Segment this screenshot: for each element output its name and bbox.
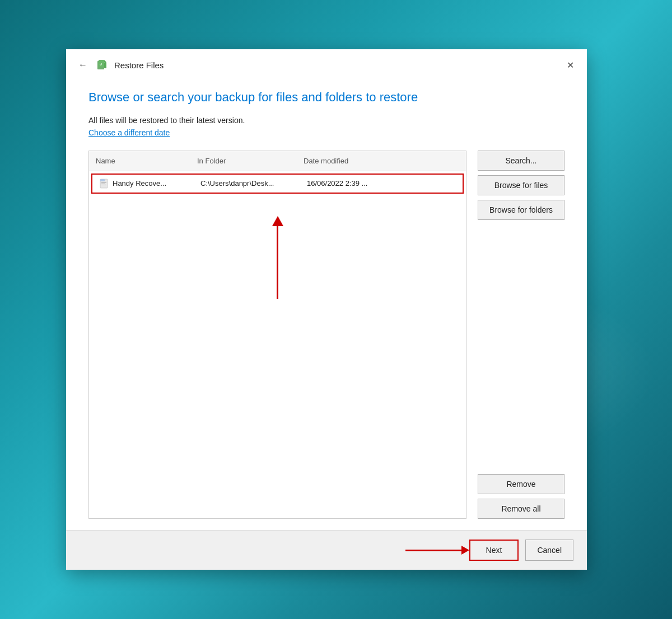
main-heading: Browse or search your backup for files a…: [88, 90, 564, 106]
file-icon: [92, 178, 113, 189]
col-date-header: Date modified: [299, 154, 466, 167]
dialog-body: Browse or search your backup for files a…: [66, 78, 587, 519]
browse-files-button[interactable]: Browse for files: [478, 175, 564, 195]
dialog-footer: Next Cancel: [66, 530, 587, 570]
file-name: Handy Recove...: [113, 179, 196, 187]
content-area: Name In Folder Date modified: [88, 151, 564, 519]
file-row-inner: Handy Recove... C:\Users\danpr\Desk... 1…: [92, 175, 463, 193]
restore-icon: ↺: [96, 59, 109, 71]
svg-rect-7: [101, 184, 105, 184]
file-folder: C:\Users\danpr\Desk...: [196, 179, 302, 187]
dialog-title: Restore Files: [114, 60, 164, 70]
search-button[interactable]: Search...: [478, 151, 564, 171]
footer-arrow-shaft: [405, 550, 461, 551]
file-date: 16/06/2022 2:39 ...: [302, 179, 463, 187]
restore-files-dialog: ← ↺ Restore Files ✕ Browse or search you…: [66, 49, 587, 570]
svg-rect-8: [101, 185, 106, 185]
svg-text:↺: ↺: [100, 63, 102, 66]
arrow-head: [272, 216, 283, 226]
file-list-body: Handy Recove... C:\Users\danpr\Desk... 1…: [89, 171, 466, 518]
arrow-annotation: [272, 216, 283, 299]
footer-arrow-head: [461, 546, 469, 555]
button-spacer: [478, 224, 564, 470]
col-folder-header: In Folder: [193, 154, 299, 167]
back-button[interactable]: ←: [75, 59, 91, 71]
svg-rect-5: [100, 179, 105, 181]
file-list-header: Name In Folder Date modified: [89, 151, 466, 171]
buttons-panel: Search... Browse for files Browse for fo…: [478, 151, 564, 519]
remove-all-button[interactable]: Remove all: [478, 499, 564, 519]
remove-button[interactable]: Remove: [478, 474, 564, 494]
browse-folders-button[interactable]: Browse for folders: [478, 200, 564, 220]
choose-date-link[interactable]: Choose a different date: [88, 128, 564, 137]
next-button[interactable]: Next: [469, 540, 519, 561]
close-button[interactable]: ✕: [562, 57, 578, 73]
col-name-header: Name: [89, 154, 193, 167]
title-bar: ← ↺ Restore Files ✕: [66, 49, 587, 78]
file-row[interactable]: Handy Recove... C:\Users\danpr\Desk... 1…: [91, 173, 464, 194]
svg-rect-6: [101, 182, 106, 183]
subtext: All files will be restored to their late…: [88, 116, 564, 125]
svg-rect-2: [104, 62, 106, 68]
arrow-shaft: [277, 226, 278, 299]
title-bar-left: ← ↺ Restore Files: [75, 59, 164, 71]
cancel-button[interactable]: Cancel: [525, 540, 573, 561]
footer-arrow-annotation: [405, 546, 469, 555]
file-list-container: Name In Folder Date modified: [88, 151, 466, 519]
